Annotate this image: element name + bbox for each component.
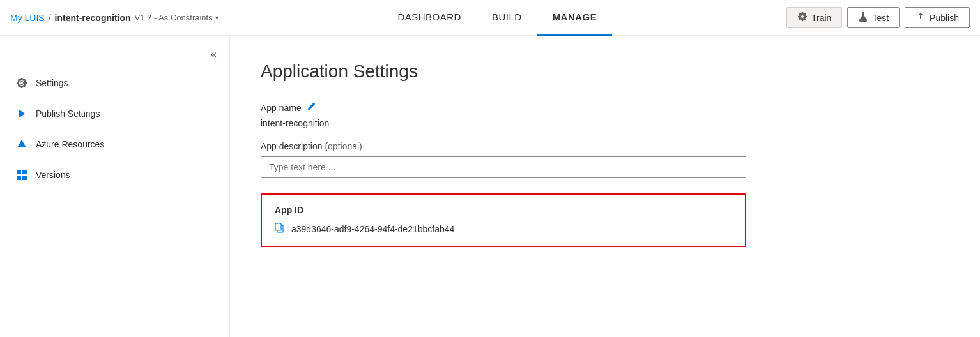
copy-icon[interactable]: [275, 223, 285, 236]
train-label: Train: [811, 13, 831, 23]
gear-icon: [797, 11, 808, 24]
app-id-box: App ID a39d3646-adf9-4264-94f4-de21bbcfa…: [261, 193, 746, 247]
version-text: V1.2 - As Constraints: [135, 13, 213, 22]
tab-manage[interactable]: MANAGE: [537, 0, 613, 36]
description-input[interactable]: [261, 156, 746, 178]
breadcrumb-separator: /: [49, 13, 51, 23]
svg-marker-1: [17, 140, 26, 147]
collapse-button[interactable]: «: [208, 46, 219, 63]
main-nav: DASHBOARD BUILD MANAGE: [382, 0, 612, 36]
sidebar: « Settings Publish Settin: [0, 36, 230, 337]
description-label-text: App description: [261, 141, 323, 151]
svg-rect-2: [17, 170, 21, 174]
versions-icon: [15, 168, 28, 181]
edit-icon[interactable]: [307, 102, 316, 113]
header: My LUIS / intent-recognition V1.2 - As C…: [0, 0, 980, 36]
page-title: Application Settings: [261, 61, 949, 82]
svg-rect-4: [17, 176, 21, 180]
test-label: Test: [872, 13, 889, 23]
my-luis-link[interactable]: My LUIS: [10, 13, 45, 23]
sidebar-item-azure-resources[interactable]: Azure Resources: [0, 129, 229, 160]
chevron-down-icon: ▾: [215, 14, 218, 21]
publish-label: Publish: [930, 13, 959, 23]
gear-icon: [15, 77, 28, 89]
train-button[interactable]: Train: [786, 7, 842, 28]
app-id-text: a39d3646-adf9-4264-94f4-de21bbcfab44: [291, 224, 454, 234]
app-name-value: intent-recognition: [261, 118, 949, 128]
optional-text: (optional): [325, 141, 362, 151]
play-icon: [15, 107, 28, 120]
app-id-label: App ID: [275, 205, 732, 215]
sidebar-collapse-area: «: [0, 36, 229, 68]
publish-icon: [915, 11, 926, 24]
description-label: App description (optional): [261, 141, 949, 151]
breadcrumb: My LUIS / intent-recognition V1.2 - As C…: [10, 13, 218, 23]
sidebar-item-publish-settings[interactable]: Publish Settings: [0, 98, 229, 129]
sidebar-item-versions-label: Versions: [36, 170, 70, 180]
sidebar-item-settings-label: Settings: [36, 78, 68, 88]
app-name-breadcrumb: intent-recognition: [55, 13, 131, 23]
svg-rect-5: [22, 176, 27, 180]
azure-icon: [15, 138, 28, 151]
tab-build[interactable]: BUILD: [477, 0, 537, 36]
sidebar-item-versions[interactable]: Versions: [0, 160, 229, 190]
flask-icon: [858, 11, 868, 24]
svg-marker-0: [19, 109, 25, 118]
test-button[interactable]: Test: [847, 7, 900, 28]
sidebar-item-publish-settings-label: Publish Settings: [36, 109, 100, 119]
sidebar-item-settings[interactable]: Settings: [0, 68, 229, 98]
version-selector[interactable]: V1.2 - As Constraints ▾: [135, 13, 218, 22]
svg-rect-7: [275, 223, 281, 230]
app-name-section: App name: [261, 102, 949, 113]
app-name-label: App name: [261, 103, 302, 113]
main-content: Application Settings App name intent-rec…: [230, 36, 980, 337]
tab-dashboard[interactable]: DASHBOARD: [382, 0, 477, 36]
sidebar-nav: Settings Publish Settings Azure Resource…: [0, 68, 229, 190]
body-layout: « Settings Publish Settin: [0, 36, 980, 337]
sidebar-item-azure-resources-label: Azure Resources: [36, 139, 104, 149]
app-id-value-row: a39d3646-adf9-4264-94f4-de21bbcfab44: [275, 223, 732, 236]
header-actions: Train Test Publish: [786, 7, 970, 28]
svg-rect-3: [22, 170, 27, 174]
publish-button[interactable]: Publish: [905, 7, 970, 28]
